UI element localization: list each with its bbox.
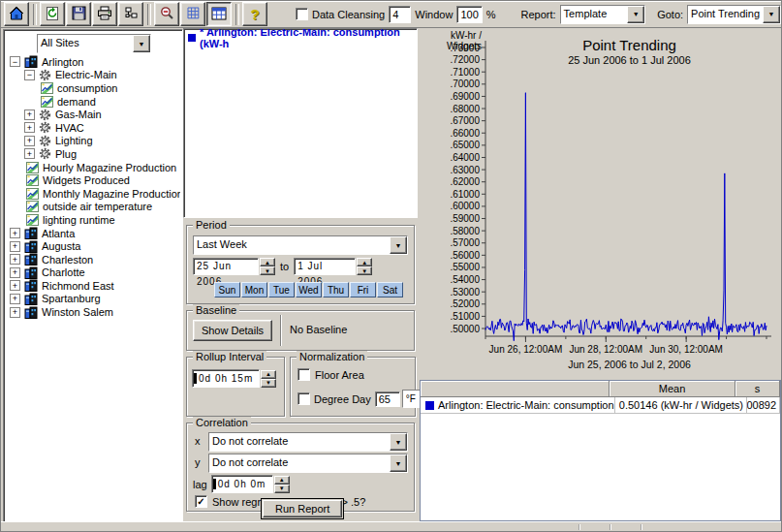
tree-item-electric-main[interactable]: −Electric-Main: [6, 69, 180, 82]
start-date-spinner[interactable]: ▲▼: [260, 258, 275, 275]
lag-value: 0d 0h 0m: [218, 479, 266, 489]
svg-text:.62000: .62000: [450, 176, 480, 187]
tree-item-richmond-east[interactable]: +Richmond East: [6, 279, 180, 293]
tree-item-outside-air-temperature[interactable]: outside air temperature: [6, 201, 180, 214]
collapse-box-icon[interactable]: −: [10, 56, 20, 67]
expand-box-icon[interactable]: +: [10, 254, 20, 265]
expand-box-icon[interactable]: +: [10, 307, 20, 318]
period-preset-select[interactable]: Last Week ▼: [193, 235, 408, 255]
expand-box-icon[interactable]: +: [24, 148, 35, 159]
tree-item-label: Electric-Main: [55, 69, 117, 80]
start-date-input[interactable]: 25 Jun 2006: [193, 258, 259, 275]
chevron-down-icon[interactable]: ▼: [390, 433, 407, 451]
tree-item-monthly-magazine-production[interactable]: Monthly Magazine Production: [6, 187, 180, 201]
tree-item-plug[interactable]: +Plug: [6, 147, 180, 161]
report-value: Template: [561, 6, 628, 23]
day-toggle-fri[interactable]: Fri: [350, 282, 376, 297]
expand-box-icon[interactable]: +: [24, 136, 35, 146]
correlate-x-select[interactable]: Do not correlate ▼: [208, 432, 408, 452]
tree-item-consumption[interactable]: consumption: [6, 81, 180, 95]
goto-value: Point Trending: [688, 6, 763, 23]
day-toggle-mon[interactable]: Mon: [241, 282, 267, 297]
regression-checkbox[interactable]: ✓: [195, 495, 207, 508]
help-button[interactable]: ?: [242, 2, 267, 26]
spin-down-icon[interactable]: ▼: [357, 266, 372, 275]
tree-item-charleston[interactable]: +Charleston: [6, 253, 180, 266]
report-select[interactable]: Template ▼: [560, 5, 646, 24]
degree-day-input[interactable]: 65: [375, 391, 400, 407]
tree-item-lighting[interactable]: +Lighting: [6, 135, 180, 148]
spin-down-icon[interactable]: ▼: [274, 485, 290, 493]
svg-text:.71000: .71000: [450, 67, 480, 78]
grid-button[interactable]: [180, 2, 205, 26]
tree-item-widgets-produced[interactable]: Widgets Produced: [6, 173, 180, 187]
floor-area-checkbox[interactable]: [297, 368, 310, 381]
chevron-down-icon[interactable]: ▼: [390, 236, 407, 254]
report-config-panel: * Arlington: Electric-Main: consumption …: [183, 29, 418, 521]
chevron-down-icon[interactable]: ▼: [763, 6, 780, 23]
lag-spinner[interactable]: ▲▼: [274, 476, 290, 493]
rollup-spinner[interactable]: ▲▼: [261, 370, 276, 388]
stats-mean-value: 0.50146 (kW-hr / Widgets): [615, 397, 747, 413]
site-filter-select[interactable]: All Sites ▼: [37, 34, 151, 53]
tree-item-hvac[interactable]: +HVAC: [6, 121, 180, 135]
tree-item-charlotte[interactable]: +Charlotte: [6, 266, 180, 280]
chevron-down-icon[interactable]: ▼: [390, 454, 407, 472]
expand-box-icon[interactable]: +: [24, 110, 35, 120]
tree-item-augusta[interactable]: +Augusta: [6, 239, 180, 253]
window-input[interactable]: 4: [389, 6, 411, 23]
spin-up-icon[interactable]: ▲: [260, 258, 275, 266]
end-date-spinner[interactable]: ▲▼: [357, 258, 372, 275]
spin-up-icon[interactable]: ▲: [357, 258, 372, 266]
tree-item-atlanta[interactable]: +Atlanta: [6, 227, 180, 240]
spin-up-icon[interactable]: ▲: [261, 370, 276, 379]
stats-row[interactable]: Arlington: Electric-Main: consumption0.5…: [421, 397, 780, 414]
chart-icon: [26, 201, 39, 212]
percent-input[interactable]: 100: [456, 6, 482, 23]
expand-box-icon[interactable]: +: [10, 294, 20, 304]
tree-item-gas-main[interactable]: +Gas-Main: [6, 108, 180, 121]
lag-label: lag: [193, 479, 207, 490]
zoom-out-button[interactable]: [154, 2, 179, 26]
spin-up-icon[interactable]: ▲: [274, 476, 290, 485]
day-toggle-thu[interactable]: Thu: [323, 282, 349, 297]
degree-day-checkbox[interactable]: [297, 392, 310, 405]
table-button[interactable]: [206, 2, 232, 26]
run-report-button[interactable]: Run Report: [261, 498, 344, 519]
tree-item-winston-salem[interactable]: +Winston Salem: [6, 305, 180, 319]
tree-item-spartanburg[interactable]: +Spartanburg: [6, 293, 180, 306]
collapse-box-icon[interactable]: −: [24, 70, 35, 80]
chevron-down-icon[interactable]: ▼: [627, 6, 644, 23]
expand-box-icon[interactable]: +: [10, 228, 20, 238]
goto-select[interactable]: Point Trending ▼: [687, 5, 781, 24]
spin-down-icon[interactable]: ▼: [260, 266, 275, 275]
selected-point-item[interactable]: * Arlington: Electric-Main: consumption …: [184, 29, 417, 45]
expand-box-icon[interactable]: +: [10, 280, 20, 291]
expand-box-icon[interactable]: +: [10, 267, 20, 278]
data-cleansing-checkbox[interactable]: [296, 8, 308, 20]
refresh-button[interactable]: [40, 2, 65, 26]
hierarchy-button[interactable]: [118, 2, 143, 26]
tree-item-arlington[interactable]: −Arlington: [6, 55, 180, 69]
svg-text:.72000: .72000: [450, 54, 480, 65]
correlate-y-select[interactable]: Do not correlate ▼: [208, 454, 408, 473]
spin-down-icon[interactable]: ▼: [261, 379, 276, 388]
home-button[interactable]: [4, 2, 29, 26]
day-toggle-tue[interactable]: Tue: [268, 282, 295, 297]
save-button[interactable]: [66, 2, 91, 26]
rollup-interval-input[interactable]: 0d 0h 15m: [192, 369, 260, 388]
tree-item-lighting-runtime[interactable]: lighting runtime: [6, 213, 180, 227]
expand-box-icon[interactable]: +: [10, 241, 20, 252]
expand-box-icon[interactable]: +: [24, 122, 35, 133]
show-details-button[interactable]: Show Details: [193, 320, 272, 341]
end-date-input[interactable]: 1 Jul 2006: [294, 258, 356, 275]
tree-item-demand[interactable]: demand: [6, 95, 180, 109]
day-toggle-sat[interactable]: Sat: [377, 282, 403, 297]
chevron-down-icon[interactable]: ▼: [133, 35, 150, 52]
print-button[interactable]: [92, 2, 117, 26]
toolbar-separator: [147, 4, 151, 25]
tree-item-hourly-magazine-production[interactable]: Hourly Magazine Production: [6, 161, 180, 174]
day-toggle-sun[interactable]: Sun: [214, 282, 240, 297]
day-toggle-wed[interactable]: Wed: [296, 282, 322, 297]
lag-input[interactable]: 0d 0h 0m: [211, 475, 273, 493]
